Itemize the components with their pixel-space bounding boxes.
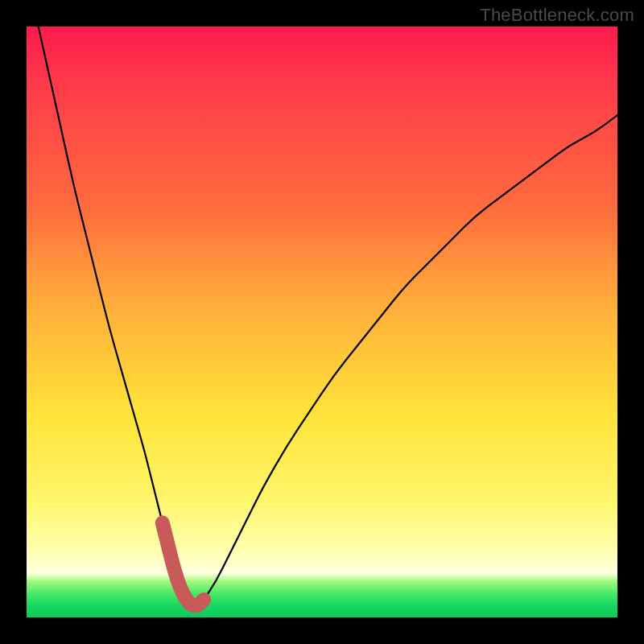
bottleneck-curve [39,27,617,605]
chart-svg [27,27,617,617]
watermark-text: TheBottleneck.com [480,5,634,26]
chart-frame: TheBottleneck.com [0,0,644,644]
plot-area [27,27,617,617]
bottleneck-curve-highlight [163,523,204,606]
